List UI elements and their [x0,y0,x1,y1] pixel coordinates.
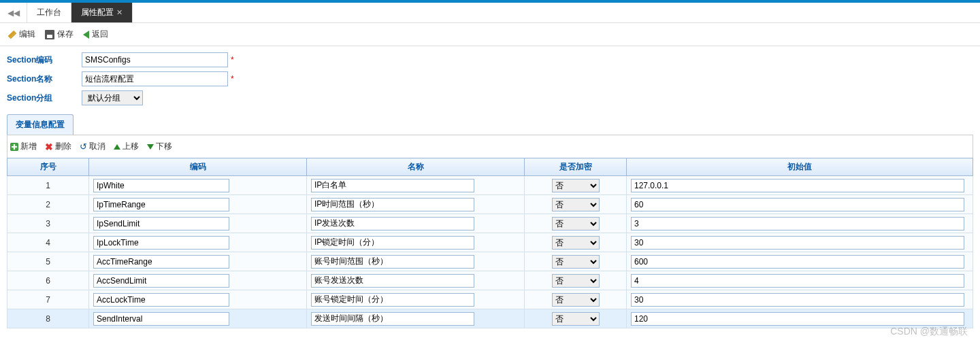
plus-icon [10,143,18,151]
encrypted-select[interactable]: 否是 [552,236,600,250]
section-name-label: Section名称 [7,73,82,85]
table-row[interactable]: 5否是 [7,252,973,271]
name-input[interactable] [311,236,474,250]
initial-value-input[interactable] [631,255,964,269]
table-row[interactable]: 2否是 [7,195,973,214]
table-row[interactable]: 4否是 [7,233,973,252]
save-button[interactable]: 保存 [45,29,74,40]
required-marker: * [231,74,234,84]
initial-value-input[interactable] [631,198,964,211]
encrypted-select[interactable]: 否是 [552,198,600,211]
col-header-name[interactable]: 名称 [307,158,525,176]
collapse-sidebar-button[interactable]: ◀◀ [0,3,27,22]
name-input[interactable] [311,312,474,326]
initial-value-input[interactable] [631,179,964,192]
name-input[interactable] [311,217,474,230]
name-input[interactable] [311,293,474,307]
cell-index: 5 [7,252,89,271]
add-button[interactable]: 新增 [10,141,37,152]
tab-strip: ◀◀ 工作台属性配置✕ [0,3,980,23]
name-input[interactable] [311,198,474,211]
arrow-down-icon [147,144,154,150]
section-code-label: Section编码 [7,54,82,66]
col-header-index[interactable]: 序号 [7,158,89,176]
code-input[interactable] [93,255,229,269]
code-input[interactable] [93,274,229,288]
variable-grid: 序号 编码 名称 是否加密 初始值 1否是2否是3否是4否是5否是6否是7否是8… [7,158,973,328]
name-input[interactable] [311,274,474,288]
encrypted-select[interactable]: 否是 [552,293,600,307]
edit-button-label: 编辑 [19,29,35,40]
pencil-icon [8,30,17,39]
back-arrow-icon [83,31,89,39]
tab-0[interactable]: 工作台 [27,3,71,22]
save-button-label: 保存 [57,29,74,40]
tab-1[interactable]: 属性配置✕ [71,3,133,22]
arrow-up-icon [114,144,120,150]
col-header-initial[interactable]: 初始值 [627,158,973,176]
edit-button[interactable]: 编辑 [8,29,35,40]
subtab-variable-config[interactable]: 变量信息配置 [7,114,74,135]
initial-value-input[interactable] [631,312,964,326]
col-header-encrypted[interactable]: 是否加密 [525,158,627,176]
encrypted-select[interactable]: 否是 [552,312,600,326]
table-row[interactable]: 1否是 [7,176,973,195]
code-input[interactable] [93,236,229,250]
watermark-text: CSDN @数通畅联 [890,326,968,328]
table-row[interactable]: 3否是 [7,214,973,233]
section-group-select[interactable]: 默认分组 [82,90,143,105]
cell-index: 3 [7,214,89,233]
cell-index: 1 [7,176,89,195]
section-group-label: Section分组 [7,92,82,104]
back-button[interactable]: 返回 [83,29,108,40]
delete-button[interactable]: ✖ 删除 [45,141,71,152]
code-input[interactable] [93,293,229,307]
cancel-button[interactable]: ↺ 取消 [80,141,105,152]
cell-index: 4 [7,233,89,252]
grid-toolbar: 新增 ✖ 删除 ↺ 取消 上移 下移 [7,135,973,158]
close-icon[interactable]: ✕ [116,8,122,17]
table-row[interactable]: 8否是 [7,309,973,328]
encrypted-select[interactable]: 否是 [552,217,600,230]
encrypted-select[interactable]: 否是 [552,255,600,269]
cell-index: 6 [7,271,89,290]
cell-index: 2 [7,195,89,214]
chevron-double-left-icon: ◀◀ [7,8,20,18]
disk-icon [45,30,54,39]
code-input[interactable] [93,198,229,211]
code-input[interactable] [93,217,229,230]
movedown-button[interactable]: 下移 [147,141,172,152]
encrypted-select[interactable]: 否是 [552,274,600,288]
initial-value-input[interactable] [631,217,964,230]
code-input[interactable] [93,312,229,326]
table-row[interactable]: 7否是 [7,290,973,309]
initial-value-input[interactable] [631,274,964,288]
initial-value-input[interactable] [631,236,964,250]
initial-value-input[interactable] [631,293,964,307]
cross-icon: ✖ [45,143,53,151]
name-input[interactable] [311,255,474,269]
moveup-button[interactable]: 上移 [114,141,139,152]
code-input[interactable] [93,179,229,192]
main-toolbar: 编辑 保存 返回 [0,23,980,46]
col-header-code[interactable]: 编码 [89,158,307,176]
table-row[interactable]: 6否是 [7,271,973,290]
name-input[interactable] [311,179,474,192]
section-name-input[interactable] [82,71,228,86]
back-button-label: 返回 [92,29,108,40]
cell-index: 8 [7,309,89,328]
encrypted-select[interactable]: 否是 [552,179,600,192]
required-marker: * [231,55,234,65]
undo-icon: ↺ [80,141,87,152]
cell-index: 7 [7,290,89,309]
section-form: Section编码 * Section名称 * Section分组 默认分组 [0,46,980,114]
section-code-input[interactable] [82,52,228,67]
